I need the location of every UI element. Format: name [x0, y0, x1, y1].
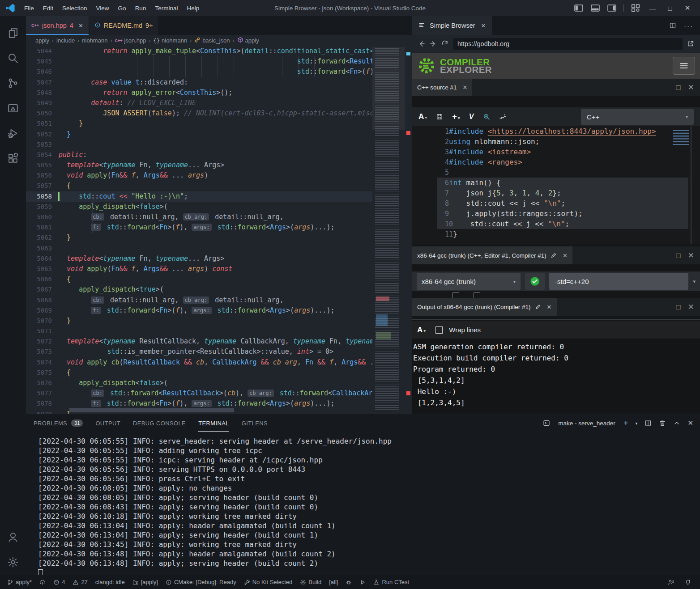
- panel-tab-gitlens[interactable]: GITLENS: [242, 414, 268, 432]
- terminal-name[interactable]: make - serve_header: [558, 420, 615, 427]
- maximize-pane-icon[interactable]: □: [676, 252, 680, 259]
- status-item[interactable]: [38, 579, 47, 585]
- breadcrumb-item-basic_json[interactable]: basic_json: [194, 37, 230, 44]
- status-item[interactable]: [344, 579, 354, 585]
- maximize-pane-icon[interactable]: □: [676, 303, 680, 311]
- status-item[interactable]: [683, 579, 693, 585]
- menu-view[interactable]: View: [92, 5, 114, 12]
- menu-help[interactable]: Help: [182, 5, 204, 12]
- quickbench-icon[interactable]: [499, 113, 506, 120]
- save-icon[interactable]: [436, 113, 443, 120]
- hamburger-menu-button[interactable]: [673, 57, 695, 75]
- breadcrumb-item-apply[interactable]: apply: [35, 37, 49, 44]
- editor-tab-README.md[interactable]: README.md 9+: [89, 16, 159, 35]
- menu-terminal[interactable]: Terminal: [150, 5, 182, 12]
- back-icon[interactable]: [418, 40, 425, 47]
- compiler-select[interactable]: x86-64 gcc (trunk)▾: [417, 273, 521, 290]
- minimap-slider[interactable]: [372, 47, 405, 130]
- minimize-button[interactable]: —: [647, 3, 658, 13]
- panel-tab-terminal[interactable]: TERMINAL: [198, 414, 229, 432]
- editor-tab-json.hpp[interactable]: C++ json.hpp 4 ✕: [26, 16, 89, 35]
- zoom-icon[interactable]: [483, 113, 490, 120]
- close-pane-icon[interactable]: ✕: [688, 84, 694, 91]
- menu-run[interactable]: Run: [131, 5, 151, 12]
- reload-icon[interactable]: [441, 40, 448, 47]
- close-panel-icon[interactable]: ✕: [687, 419, 693, 427]
- status-item-clangd-idle[interactable]: clangd: idle: [94, 579, 127, 585]
- breadcrumb-item-nlohmann[interactable]: {}nlohmann: [154, 37, 188, 44]
- status-item[interactable]: [666, 579, 676, 585]
- code-area[interactable]: 5044 return apply_make_tuple<ConstThis>(…: [26, 46, 372, 414]
- tab-simple-browser[interactable]: Simple Browser ✕: [412, 16, 492, 35]
- output-pane-tab[interactable]: Output of x86-64 gcc (trunk) (Compiler #…: [412, 298, 557, 316]
- menu-file[interactable]: File: [20, 5, 38, 12]
- activity-account[interactable]: [0, 525, 26, 550]
- close-icon[interactable]: ✕: [78, 22, 83, 29]
- rename-pane-icon[interactable]: [551, 252, 557, 258]
- breadcrumb-item-include[interactable]: include: [56, 37, 75, 44]
- activity-source-control[interactable]: [0, 71, 26, 96]
- status-item--apply-[interactable]: [apply]: [131, 579, 160, 585]
- close-window-button[interactable]: ✕: [682, 3, 693, 13]
- activity-debug[interactable]: [0, 121, 26, 146]
- browser-scrollbar[interactable]: [691, 126, 691, 244]
- breadcrumb-item-json.hpp[interactable]: C++json.hpp: [115, 37, 146, 44]
- activity-explorer[interactable]: [0, 21, 26, 46]
- breadcrumb-item-apply[interactable]: apply: [237, 37, 259, 44]
- status-item-build[interactable]: Build: [298, 579, 323, 585]
- maximize-button[interactable]: □: [665, 3, 675, 13]
- panel-tab-output[interactable]: OUTPUT: [95, 414, 120, 432]
- source-pane-tab[interactable]: C++ source #1 ✕: [412, 79, 472, 96]
- toggle-panel-icon[interactable]: [590, 3, 600, 13]
- rename-pane-icon[interactable]: [535, 304, 541, 310]
- compiler-pane-tab[interactable]: x86-64 gcc (trunk) (C++, Editor #1, Comp…: [412, 246, 572, 264]
- panel-tab-problems[interactable]: PROBLEMS31: [34, 414, 83, 432]
- menu-edit[interactable]: Edit: [38, 5, 58, 12]
- url-input[interactable]: https://godbolt.org: [453, 38, 683, 50]
- toggle-secondary-sidebar-icon[interactable]: [607, 3, 617, 13]
- terminal[interactable]: [2022-04-30 06:05:55] INFO: serve_header…: [26, 432, 700, 575]
- status-item-4[interactable]: 4: [51, 579, 67, 585]
- menu-go[interactable]: Go: [114, 5, 131, 12]
- status-item-no-kit-selected[interactable]: No Kit Selected: [242, 579, 295, 585]
- split-terminal-icon[interactable]: [645, 420, 652, 427]
- close-icon[interactable]: ✕: [563, 252, 568, 259]
- open-external-icon[interactable]: [687, 40, 694, 47]
- close-pane-icon[interactable]: ✕: [688, 252, 694, 259]
- wrap-lines-checkbox[interactable]: [435, 326, 443, 334]
- status-item-cmake-debug-ready[interactable]: CMake: [Debug]: Ready: [164, 579, 238, 585]
- language-select[interactable]: C++▾: [581, 109, 694, 125]
- font-size-button[interactable]: A▾: [417, 326, 426, 335]
- status-item-apply-[interactable]: apply*: [5, 579, 34, 585]
- maximize-pane-icon[interactable]: □: [676, 84, 680, 91]
- close-icon[interactable]: ✕: [481, 22, 486, 29]
- browser-code-editor[interactable]: 1#include <https://localhost:8443/apply/…: [412, 126, 700, 244]
- toggle-sidebar-icon[interactable]: [574, 3, 584, 13]
- menu-selection[interactable]: Selection: [58, 5, 92, 12]
- more-actions-icon[interactable]: ···: [684, 22, 693, 30]
- new-terminal-icon[interactable]: +: [623, 419, 628, 428]
- activity-settings[interactable]: [0, 550, 26, 575]
- maximize-panel-icon[interactable]: [673, 420, 680, 427]
- status-item-27[interactable]: 27: [71, 579, 89, 585]
- breadcrumb-item-nlohmann[interactable]: nlohmann: [82, 37, 107, 44]
- terminal-dropdown-icon[interactable]: ▾: [635, 421, 637, 426]
- close-pane-icon[interactable]: ✕: [688, 303, 694, 311]
- compiler-options-input[interactable]: -std=c++20: [549, 273, 688, 290]
- forward-icon[interactable]: [430, 40, 437, 47]
- panel-tab-debug-console[interactable]: DEBUG CONSOLE: [133, 414, 186, 432]
- split-editor-icon[interactable]: [669, 22, 676, 29]
- status-item-run-ctest[interactable]: Run CTest: [371, 579, 411, 585]
- add-pane-button[interactable]: +▾: [452, 112, 460, 122]
- options-dropdown-icon[interactable]: ▾: [693, 279, 696, 284]
- font-size-button[interactable]: A▾: [418, 112, 427, 121]
- activity-extensions[interactable]: [0, 146, 26, 171]
- activity-search[interactable]: [0, 46, 26, 71]
- status-item[interactable]: [358, 579, 367, 585]
- close-icon[interactable]: ✕: [463, 84, 468, 91]
- status-item--all-[interactable]: [all]: [327, 579, 340, 585]
- kill-terminal-icon[interactable]: [659, 420, 666, 427]
- activity-testing[interactable]: [0, 96, 26, 121]
- minimap[interactable]: [372, 46, 405, 414]
- customize-layout-icon[interactable]: [631, 3, 640, 13]
